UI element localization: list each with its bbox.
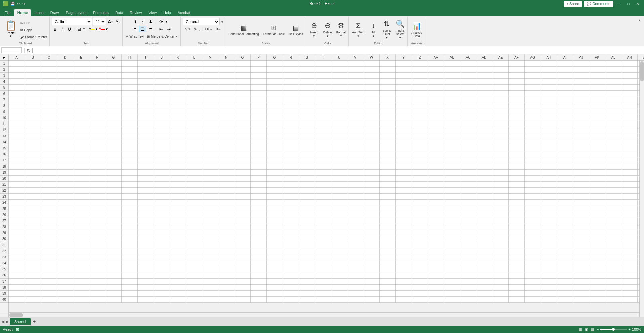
cell-AH22[interactable] [541,188,557,194]
cell-T34[interactable] [315,260,331,266]
cell-AE12[interactable] [492,127,509,133]
cell-AD7[interactable] [476,97,492,103]
cell-AF19[interactable] [509,170,525,176]
cell-W5[interactable] [363,85,380,91]
cell-E20[interactable] [73,176,89,182]
cell-AD17[interactable] [476,157,492,163]
cell-C21[interactable] [41,182,57,188]
col-header-E[interactable]: E [73,54,89,60]
cell-U32[interactable] [331,248,347,254]
cell-AD33[interactable] [476,254,492,260]
cell-N13[interactable] [218,133,234,139]
cell-C30[interactable] [41,236,57,242]
cell-B34[interactable] [25,260,41,266]
cell-AK13[interactable] [589,133,605,139]
cell-F23[interactable] [89,194,105,200]
cell-G10[interactable] [105,115,122,121]
cell-AE29[interactable] [492,230,509,236]
cell-AI20[interactable] [557,176,573,182]
cell-M16[interactable] [202,151,218,157]
cell-I10[interactable] [138,115,154,121]
align-right-button[interactable]: ≡ [147,26,154,32]
cell-R8[interactable] [283,103,299,109]
cell-D29[interactable] [57,230,73,236]
cell-AK2[interactable] [589,67,605,73]
currency-button[interactable]: $ ▼ [184,26,191,32]
cell-AN31[interactable] [621,242,638,248]
cell-X17[interactable] [380,157,396,163]
cell-X11[interactable] [380,121,396,127]
cell-G16[interactable] [105,151,122,157]
cell-T11[interactable] [315,121,331,127]
cell-X37[interactable] [380,279,396,285]
cell-Z36[interactable] [412,272,428,279]
cell-N36[interactable] [218,272,234,279]
cell-D7[interactable] [57,97,73,103]
cell-AB14[interactable] [444,139,460,145]
cell-L24[interactable] [186,200,202,206]
cell-T18[interactable] [315,163,331,170]
cell-S40[interactable] [299,297,315,303]
cell-M17[interactable] [202,157,218,163]
cell-V35[interactable] [347,266,363,272]
cell-G23[interactable] [105,194,122,200]
cell-S5[interactable] [299,85,315,91]
cell-AG16[interactable] [525,151,541,157]
cell-AF4[interactable] [509,79,525,85]
cell-W17[interactable] [363,157,380,163]
row-header-28[interactable]: 28 [0,224,8,230]
cell-AG2[interactable] [525,67,541,73]
cell-V25[interactable] [347,206,363,212]
cell-X9[interactable] [380,109,396,115]
cell-K35[interactable] [170,266,186,272]
cell-AD25[interactable] [476,206,492,212]
cell-AA33[interactable] [428,254,444,260]
cell-K36[interactable] [170,272,186,279]
cell-AN13[interactable] [621,133,638,139]
cell-H21[interactable] [122,182,138,188]
cell-AK6[interactable] [589,91,605,97]
cell-AA19[interactable] [428,170,444,176]
cell-V19[interactable] [347,170,363,176]
cell-S4[interactable] [299,79,315,85]
cell-AH32[interactable] [541,248,557,254]
cell-AH30[interactable] [541,236,557,242]
cell-Z33[interactable] [412,254,428,260]
cell-AB6[interactable] [444,91,460,97]
cell-AH7[interactable] [541,97,557,103]
cell-AE1[interactable] [492,61,509,67]
cell-AL24[interactable] [605,200,621,206]
cell-P1[interactable] [251,61,267,67]
cell-AI36[interactable] [557,272,573,279]
cell-Y31[interactable] [396,242,412,248]
cell-C22[interactable] [41,188,57,194]
cell-AI1[interactable] [557,61,573,67]
cell-D13[interactable] [57,133,73,139]
cell-G1[interactable] [105,61,122,67]
cell-G34[interactable] [105,260,122,266]
cell-AD29[interactable] [476,230,492,236]
cell-T22[interactable] [315,188,331,194]
cell-X27[interactable] [380,218,396,224]
cell-J35[interactable] [154,266,170,272]
cell-A4[interactable] [9,79,25,85]
cell-L5[interactable] [186,85,202,91]
cell-X12[interactable] [380,127,396,133]
cell-AI37[interactable] [557,279,573,285]
cell-M22[interactable] [202,188,218,194]
cell-G22[interactable] [105,188,122,194]
cell-T23[interactable] [315,194,331,200]
cell-AD26[interactable] [476,212,492,218]
cell-AL10[interactable] [605,115,621,121]
cell-AH34[interactable] [541,260,557,266]
cell-A10[interactable] [9,115,25,121]
cell-G28[interactable] [105,224,122,230]
cell-Z15[interactable] [412,145,428,151]
cell-AA39[interactable] [428,291,444,297]
cell-Q13[interactable] [267,133,283,139]
cell-B29[interactable] [25,230,41,236]
row-header-9[interactable]: 9 [0,109,8,115]
cell-AE26[interactable] [492,212,509,218]
cell-M24[interactable] [202,200,218,206]
insert-dropdown[interactable]: ▼ [313,35,315,38]
